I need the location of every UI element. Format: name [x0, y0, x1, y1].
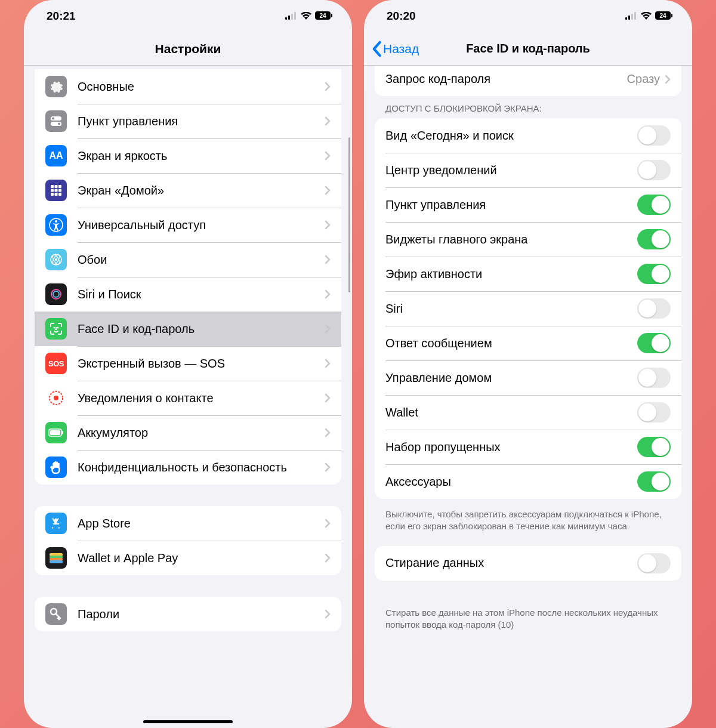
- erase-data-row[interactable]: Стирание данных: [375, 546, 681, 581]
- toggle-switch[interactable]: [637, 264, 671, 284]
- home-indicator[interactable]: [143, 720, 233, 723]
- toggle-row[interactable]: Пункт управления: [375, 187, 681, 222]
- siri-icon: [45, 283, 67, 305]
- settings-group: ОсновныеПункт управленияAAЭкран и яркост…: [35, 69, 341, 485]
- hand-icon: [45, 456, 67, 478]
- section-footer: Стирать все данные на этом iPhone после …: [364, 602, 692, 655]
- toggle-switch[interactable]: [637, 229, 671, 249]
- svg-text:24: 24: [659, 13, 666, 19]
- row-label: Обои: [78, 252, 325, 267]
- chevron-right-icon: [325, 151, 331, 161]
- toggle-row[interactable]: Виджеты главного экрана: [375, 222, 681, 257]
- row-label: Экран и яркость: [78, 149, 325, 164]
- row-label: Конфиденциальность и безопасность: [78, 460, 325, 475]
- row-label: Стирание данных: [385, 556, 637, 570]
- settings-row[interactable]: Экран «Домой»: [35, 173, 341, 208]
- settings-row[interactable]: Основные: [35, 69, 341, 104]
- sos-icon: SOS: [45, 353, 67, 374]
- toggle-switch[interactable]: [637, 298, 671, 319]
- row-label: Пункт управления: [78, 114, 325, 129]
- toggle-switch[interactable]: [637, 125, 671, 146]
- scrollbar[interactable]: [348, 137, 350, 292]
- back-button[interactable]: Назад: [371, 41, 419, 57]
- section-footer: Выключите, чтобы запретить аксессуарам п…: [364, 504, 692, 546]
- svg-rect-1: [288, 16, 290, 20]
- back-label: Назад: [383, 42, 419, 56]
- toggle-row[interactable]: Wallet: [375, 395, 681, 430]
- toggle-switch[interactable]: [637, 402, 671, 422]
- svg-point-10: [58, 123, 60, 125]
- toggle-row[interactable]: Siri: [375, 291, 681, 326]
- display-icon: AA: [45, 145, 67, 166]
- toggle-row[interactable]: Набор пропущенных: [375, 430, 681, 464]
- settings-row[interactable]: Wallet и Apple Pay: [35, 541, 341, 575]
- toggle-row[interactable]: Аксессуары: [375, 464, 681, 499]
- settings-row[interactable]: Уведомления о контакте: [35, 381, 341, 415]
- status-icons: 24: [285, 10, 333, 23]
- toggle-switch[interactable]: [637, 437, 671, 457]
- toggle-switch[interactable]: [637, 368, 671, 388]
- row-label: Управление домом: [385, 371, 637, 385]
- svg-rect-14: [51, 189, 54, 192]
- svg-rect-18: [55, 193, 58, 196]
- svg-rect-13: [58, 185, 61, 188]
- chevron-right-icon: [325, 553, 331, 563]
- settings-row[interactable]: Siri и Поиск: [35, 277, 341, 311]
- settings-row[interactable]: Пункт управления: [35, 104, 341, 138]
- row-label: Siri и Поиск: [78, 287, 325, 302]
- settings-row[interactable]: Конфиденциальность и безопасность: [35, 450, 341, 485]
- svg-point-8: [52, 118, 54, 120]
- chevron-right-icon: [325, 255, 331, 264]
- chevron-right-icon: [325, 393, 331, 403]
- settings-content[interactable]: ОсновныеПункт управленияAAЭкран и яркост…: [24, 66, 352, 728]
- svg-rect-19: [58, 193, 61, 196]
- toggle-row[interactable]: Центр уведомлений: [375, 153, 681, 187]
- row-label: Вид «Сегодня» и поиск: [385, 128, 637, 143]
- svg-rect-39: [50, 560, 63, 563]
- status-bar: 20:20 24: [364, 0, 692, 32]
- settings-row[interactable]: App Store: [35, 506, 341, 541]
- svg-rect-2: [291, 14, 293, 20]
- erase-toggle[interactable]: [637, 553, 671, 573]
- svg-rect-12: [55, 185, 58, 188]
- toggle-switch[interactable]: [637, 195, 671, 215]
- nav-header: Настройки: [24, 32, 352, 66]
- row-label: Аксессуары: [385, 474, 637, 489]
- settings-row[interactable]: Обои: [35, 242, 341, 277]
- settings-row[interactable]: Универсальный доступ: [35, 208, 341, 242]
- erase-group: Стирание данных: [375, 546, 681, 581]
- passcode-require-row[interactable]: Запрос код-пароля Сразу: [375, 66, 681, 96]
- battery-icon: 24: [655, 10, 673, 23]
- toggle-switch[interactable]: [637, 471, 671, 492]
- row-label: Siri: [385, 301, 637, 316]
- gear-icon: [45, 76, 67, 97]
- svg-rect-17: [51, 193, 54, 196]
- svg-point-30: [58, 328, 58, 328]
- toggle-switch[interactable]: [637, 160, 671, 180]
- faceid-content[interactable]: Запрос код-пароля Сразу ДОСТУП С БЛОКИРО…: [364, 66, 692, 728]
- exposure-icon: [45, 387, 67, 409]
- faceid-screen: 20:20 24 Назад Face ID и код-пароль Запр…: [364, 0, 692, 728]
- lock-access-group: Вид «Сегодня» и поискЦентр уведомленийПу…: [375, 118, 681, 499]
- chevron-right-icon: [325, 359, 331, 368]
- wallpaper-icon: [45, 249, 67, 270]
- toggle-row[interactable]: Вид «Сегодня» и поиск: [375, 118, 681, 153]
- svg-rect-41: [625, 17, 627, 20]
- chevron-right-icon: [325, 324, 331, 334]
- chevron-right-icon: [325, 519, 331, 528]
- toggle-row[interactable]: Управление домом: [375, 360, 681, 395]
- settings-row[interactable]: Face ID и код-пароль: [35, 311, 341, 346]
- settings-row[interactable]: AAЭкран и яркость: [35, 138, 341, 173]
- row-value: Сразу: [627, 72, 660, 86]
- accessibility-icon: [45, 214, 67, 236]
- row-label: Основные: [78, 79, 325, 94]
- row-label: Набор пропущенных: [385, 440, 637, 455]
- toggle-switch[interactable]: [637, 333, 671, 353]
- settings-row[interactable]: Пароли: [35, 597, 341, 631]
- toggle-row[interactable]: Ответ сообщением: [375, 326, 681, 360]
- row-label: Ответ сообщением: [385, 336, 637, 351]
- settings-row[interactable]: SOSЭкстренный вызов — SOS: [35, 346, 341, 381]
- settings-row[interactable]: Аккумулятор: [35, 415, 341, 450]
- row-label: Экстренный вызов — SOS: [78, 356, 325, 371]
- toggle-row[interactable]: Эфир активности: [375, 257, 681, 291]
